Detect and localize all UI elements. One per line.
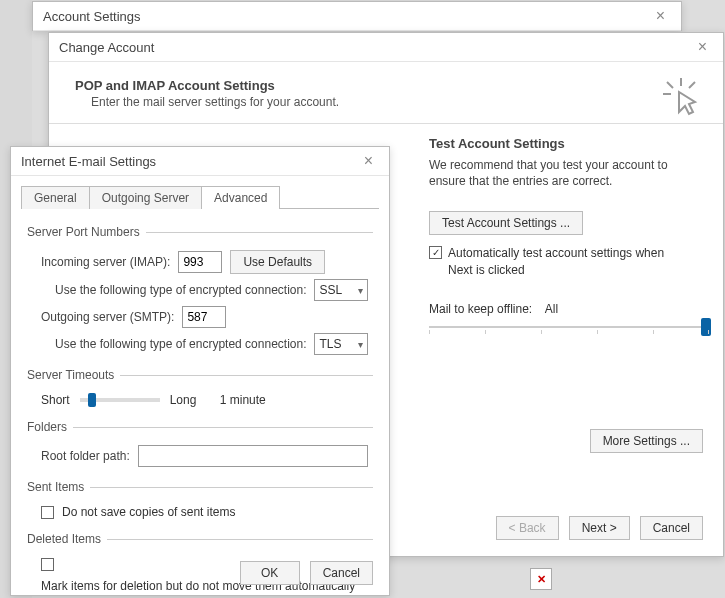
test-settings-desc: We recommend that you test your account … [429, 157, 703, 189]
change-account-title: Change Account [59, 40, 154, 55]
mark-deletion-checkbox[interactable] [41, 558, 54, 571]
close-icon[interactable]: × [358, 153, 379, 169]
timeout-short-label: Short [41, 393, 70, 407]
use-defaults-button[interactable]: Use Defaults [230, 250, 325, 274]
incoming-server-label: Incoming server (IMAP): [41, 255, 170, 269]
outgoing-server-label: Outgoing server (SMTP): [41, 310, 174, 324]
ok-button[interactable]: OK [240, 561, 300, 585]
no-copies-label: Do not save copies of sent items [62, 505, 235, 519]
timeout-long-label: Long [170, 393, 197, 407]
chevron-down-icon: ▾ [358, 285, 363, 296]
svg-line-3 [689, 82, 695, 88]
close-icon[interactable]: × [650, 8, 671, 24]
chevron-down-icon: ▾ [358, 339, 363, 350]
mail-offline-value: All [545, 302, 558, 316]
tab-general[interactable]: General [21, 186, 90, 209]
server-timeouts-legend: Server Timeouts [27, 368, 120, 382]
no-copies-checkbox[interactable] [41, 506, 54, 519]
svg-line-2 [667, 82, 673, 88]
cursor-click-icon [661, 76, 701, 116]
email-settings-title: Internet E-mail Settings [21, 154, 156, 169]
timeout-value: 1 minute [220, 393, 266, 407]
cancel-button[interactable]: Cancel [640, 516, 703, 540]
server-ports-legend: Server Port Numbers [27, 225, 146, 239]
tab-outgoing-server[interactable]: Outgoing Server [89, 186, 202, 209]
outgoing-encryption-select[interactable]: TLS ▾ [314, 333, 368, 355]
next-button[interactable]: Next > [569, 516, 630, 540]
test-account-button[interactable]: Test Account Settings ... [429, 211, 583, 235]
outgoing-encryption-value: TLS [319, 337, 341, 351]
sent-items-legend: Sent Items [27, 480, 90, 494]
folders-legend: Folders [27, 420, 73, 434]
root-folder-input[interactable] [138, 445, 368, 467]
pop-imap-heading: POP and IMAP Account Settings [75, 78, 701, 93]
auto-test-label: Automatically test account settings when… [448, 245, 688, 277]
account-settings-window: Account Settings × [32, 1, 682, 31]
incoming-encryption-select[interactable]: SSL ▾ [314, 279, 368, 301]
internet-email-settings-window: Internet E-mail Settings × General Outgo… [10, 146, 390, 596]
incoming-port-input[interactable] [178, 251, 222, 273]
outgoing-encryption-label: Use the following type of encrypted conn… [55, 337, 306, 351]
auto-test-checkbox[interactable] [429, 246, 442, 259]
outgoing-port-input[interactable] [182, 306, 226, 328]
broken-image-icon: ✕ [530, 568, 552, 590]
timeout-slider[interactable] [80, 398, 160, 402]
incoming-encryption-label: Use the following type of encrypted conn… [55, 283, 306, 297]
pop-imap-subheading: Enter the mail server settings for your … [91, 95, 701, 109]
back-button[interactable]: < Back [496, 516, 559, 540]
account-settings-title: Account Settings [43, 9, 141, 24]
cancel-button[interactable]: Cancel [310, 561, 373, 585]
root-folder-label: Root folder path: [41, 449, 130, 463]
more-settings-button[interactable]: More Settings ... [590, 429, 703, 453]
incoming-encryption-value: SSL [319, 283, 342, 297]
mail-offline-label: Mail to keep offline: [429, 302, 532, 316]
close-icon[interactable]: × [692, 39, 713, 55]
test-settings-heading: Test Account Settings [429, 136, 703, 151]
tab-advanced[interactable]: Advanced [201, 186, 280, 209]
deleted-items-legend: Deleted Items [27, 532, 107, 546]
